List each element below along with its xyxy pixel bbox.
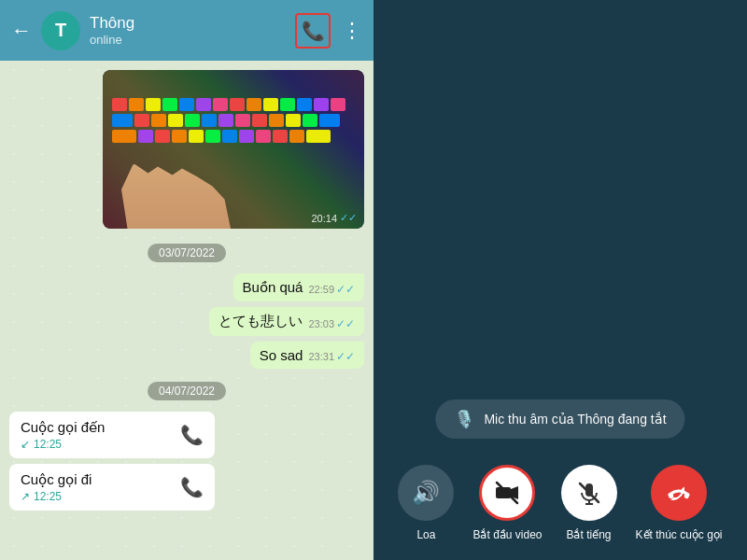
date-separator-2: 04/07/2022 <box>9 382 364 400</box>
outgoing-call-message: Cuộc gọi đi ↗ 12:25 📞 <box>9 464 215 511</box>
chat-messages: 20:14 ✓✓ 03/07/2022 Buồn quá 22:59 ✓✓ とて… <box>0 61 374 560</box>
end-call-icon-circle <box>651 465 707 521</box>
outgoing-call-time-row: ↗ 12:25 <box>21 490 92 503</box>
end-call-icon <box>666 480 692 506</box>
incoming-call-time-row: ↙ 12:25 <box>21 438 105 451</box>
chat-panel: ← T Thông online 📞 ⋮ <box>0 0 374 560</box>
incoming-call-time: 12:25 <box>34 438 62 451</box>
outgoing-call-time: 12:25 <box>34 490 62 503</box>
incoming-call-arrow: ↙ <box>21 438 30 451</box>
message-bubble-3: So sad 23:31 ✓✓ <box>250 342 364 369</box>
call-controls: 🔊 Loa Bắt đầu video <box>374 465 747 541</box>
mute-label: Bắt tiếng <box>566 528 611 541</box>
outgoing-call-title: Cuộc gọi đi <box>21 471 92 488</box>
image-message: 20:14 ✓✓ <box>103 70 364 229</box>
bubble-text-3: So sad <box>260 347 303 363</box>
outgoing-call-phone-icon: 📞 <box>180 476 204 498</box>
message-bubble-2: とても悲しい 23:03 ✓✓ <box>209 307 364 336</box>
keyboard-image <box>103 70 364 229</box>
speaker-icon: 🔊 <box>412 480 440 506</box>
video-button[interactable]: Bắt đầu video <box>472 465 542 541</box>
video-icon-circle <box>479 465 535 521</box>
incoming-call-phone-icon: 📞 <box>180 424 204 446</box>
incoming-call-title: Cuộc gọi đến <box>21 419 105 436</box>
bubble-time-3: 23:31 ✓✓ <box>308 350 355 363</box>
contact-status: online <box>90 33 295 47</box>
chat-header: ← T Thông online 📞 ⋮ <box>0 0 374 61</box>
header-actions: 📞 ⋮ <box>295 13 362 49</box>
message-bubble-1: Buồn quá 22:59 ✓✓ <box>233 273 364 301</box>
outgoing-call-arrow: ↗ <box>21 490 30 503</box>
phone-icon: 📞 <box>302 20 325 42</box>
contact-info: Thông online <box>90 14 295 47</box>
bubble-time-1: 22:59 ✓✓ <box>308 283 355 296</box>
date-separator-1: 03/07/2022 <box>9 244 364 262</box>
outgoing-call-info: Cuộc gọi đi ↗ 12:25 <box>21 471 92 503</box>
speaker-icon-circle: 🔊 <box>398 465 454 521</box>
mic-notification-text: Mic thu âm của Thông đang tắt <box>484 412 666 427</box>
mute-icon-circle <box>561 465 617 521</box>
image-message-checks: ✓✓ <box>340 212 357 224</box>
back-button[interactable]: ← <box>11 19 32 43</box>
date-badge-1: 03/07/2022 <box>148 244 226 262</box>
end-call-label: Kết thúc cuộc gọi <box>636 528 723 541</box>
incoming-call-message: Cuộc gọi đến ↙ 12:25 📞 <box>9 412 215 458</box>
end-call-button[interactable]: Kết thúc cuộc gọi <box>636 465 723 541</box>
avatar: T <box>41 11 80 50</box>
mute-icon <box>576 480 602 506</box>
bubble-text-1: Buồn quá <box>243 279 303 296</box>
call-button[interactable]: 📞 <box>295 13 331 49</box>
mute-button[interactable]: Bắt tiếng <box>561 465 617 541</box>
mic-notification: 🎙️ Mic thu âm của Thông đang tắt <box>435 399 684 439</box>
incoming-call-info: Cuộc gọi đến ↙ 12:25 <box>21 419 105 451</box>
call-panel: 🎙️ Mic thu âm của Thông đang tắt 🔊 Loa B… <box>374 0 747 560</box>
bubble-time-2: 23:03 ✓✓ <box>308 317 355 330</box>
mic-off-icon: 🎙️ <box>454 409 474 429</box>
video-slash-icon <box>494 480 520 506</box>
message-image: 20:14 ✓✓ <box>103 70 364 229</box>
image-message-time: 20:14 ✓✓ <box>311 212 357 224</box>
contact-name: Thông <box>90 14 295 33</box>
speaker-button[interactable]: 🔊 Loa <box>398 465 454 541</box>
more-menu-button[interactable]: ⋮ <box>342 19 362 43</box>
date-badge-2: 04/07/2022 <box>148 382 226 400</box>
video-label: Bắt đầu video <box>472 528 542 541</box>
bubble-text-2: とても悲しい <box>218 313 303 330</box>
speaker-label: Loa <box>416 528 435 541</box>
